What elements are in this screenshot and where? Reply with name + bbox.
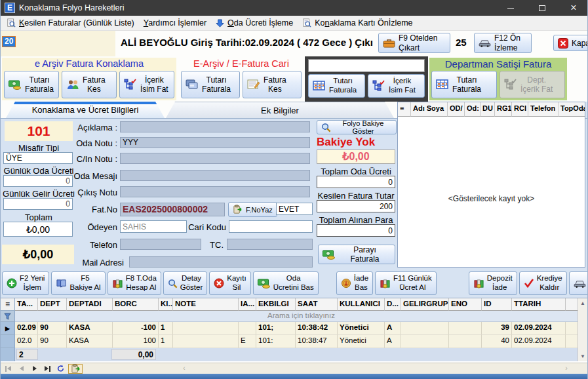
maximize-button[interactable] <box>528 0 556 16</box>
scroll-up-icon[interactable]: ▲ <box>580 298 585 308</box>
tab-ek-bilgiler[interactable]: Ek Bilgiler <box>166 102 394 118</box>
toolbar-button-f11-g-nl-k-cret-al[interactable]: F11 GünlükÜcret Al <box>375 271 437 295</box>
dark-tutari-faturala-button[interactable]: TutarıFaturala <box>308 74 365 98</box>
guest-col-5[interactable]: RCI <box>512 102 528 117</box>
scroll-down-icon[interactable]: ▼ <box>580 351 585 361</box>
menu-oda-ucreti-isleme[interactable]: Oda Ücreti İşleme <box>211 17 298 29</box>
bookmoney-icon <box>112 279 123 289</box>
cari-fatura-kes-button[interactable]: FaturaKes <box>243 71 302 98</box>
guest-col-0[interactable]: Adı Soya <box>411 102 448 117</box>
close-window-button[interactable]: × <box>560 0 587 16</box>
toolbar-button-oda-cretini-bas[interactable]: OdaÜcretini Bas <box>253 271 319 295</box>
earsiv-fatura-kes-button[interactable]: FaturaKes <box>62 71 117 98</box>
txn-col-12[interactable]: ENO <box>449 298 482 311</box>
dark-panel-input[interactable] <box>308 59 425 72</box>
minimize-button[interactable] <box>497 0 524 16</box>
menu-konaklama-karti-onizleme[interactable]: Konaklama Kartı Önİzleme <box>298 17 417 29</box>
toplam-label: Toplam <box>1 212 77 222</box>
txn-col-4[interactable]: KI... <box>159 298 173 311</box>
kesilen-fatura-tutar-input[interactable] <box>317 200 395 212</box>
guest-col-7[interactable]: TopOda <box>559 102 585 117</box>
toolbar-button-krediye-kald-r[interactable]: KrediyeKaldır <box>519 271 567 295</box>
f9-otelden-cikart-button[interactable]: F9 OteldenÇıkart <box>378 33 450 53</box>
toolbar: F2 YeniİşlemF5Bakiye AlF8 T.OdaHesap AlD… <box>1 269 587 298</box>
gunluk-oda-ucreti-input[interactable] <box>3 175 73 187</box>
nav-next-button[interactable] <box>29 365 40 373</box>
txn-col-6[interactable]: IA... <box>239 298 256 311</box>
toolbar-button-f5-bakiye-al[interactable]: F5Bakiye Al <box>51 271 105 295</box>
cari-tutari-faturala-button[interactable]: TutarıFaturala <box>181 71 240 98</box>
guest-col-3[interactable]: DU <box>480 102 495 117</box>
gunluk-gelir-ucreti-input[interactable] <box>3 198 73 210</box>
earsiv-tutari-faturala-button[interactable]: TutarıFaturala <box>4 71 59 98</box>
magnifier-icon <box>321 123 331 132</box>
menu-yardimci-islemler[interactable]: Yardımcı İşlemler <box>139 17 211 29</box>
panel-title: E-Arşiv / E-Fatura Cari <box>179 58 304 70</box>
kapat-button[interactable]: Kapat <box>553 35 588 51</box>
toolbar-button-i-ade-bas[interactable]: İadeBas <box>336 271 373 295</box>
clipboard-arrow-icon <box>71 364 81 374</box>
nav-first-button[interactable] <box>3 365 14 373</box>
vertical-scrollbar[interactable]: ▲ ▼ <box>578 298 587 361</box>
f12-on-izleme-button[interactable]: F12 Önİzleme <box>474 33 532 53</box>
guest-col-2[interactable]: Od: <box>465 102 480 117</box>
txn-col-3[interactable]: BORC <box>113 298 159 311</box>
txn-col-10[interactable]: D... <box>385 298 401 311</box>
tab-konaklama-ve-ucret[interactable]: Konaklama ve Ücret Bilgileri <box>6 102 165 118</box>
transaction-row[interactable]: 02.090KASA1001E101:10:38:47YöneticiA4002… <box>1 335 587 348</box>
toolbar-button-fi-yazd-r[interactable]: FişYazdır <box>569 271 588 295</box>
cari-kodu-input[interactable] <box>229 220 313 233</box>
txn-col-0[interactable]: TA... <box>15 298 38 311</box>
toplam-oda-ucreti-input[interactable] <box>317 176 395 188</box>
misafir-tipi-input[interactable] <box>3 152 73 164</box>
filter-text[interactable]: Arama için tıklayınız <box>15 311 587 322</box>
window-title: Konaklama Folyo Hareketleri <box>19 3 493 12</box>
toolbar-button-f8-t-oda-hesap-al[interactable]: F8 T.OdaHesap Al <box>108 271 161 295</box>
nav-prev-button[interactable] <box>16 365 27 373</box>
toolbar-button-kay-t-sil[interactable]: KayıtıSil <box>209 271 250 295</box>
aciklama-field <box>120 121 310 132</box>
toplam-input[interactable] <box>3 222 73 237</box>
txn-col-13[interactable]: ID <box>482 298 512 311</box>
transactions-filter-row[interactable]: Arama için tıklayınız <box>1 311 587 322</box>
txn-col-14[interactable]: TTARIH <box>512 298 566 311</box>
briefcase-icon <box>383 38 395 48</box>
grid-menu-icon[interactable]: ≡ <box>398 102 411 117</box>
transaction-row[interactable]: ▶02.0990KASA-1001101;10:38:42YöneticiA39… <box>1 322 587 335</box>
txn-col-7[interactable]: EKBILGI <box>256 298 296 311</box>
gunluk-gelir-ucreti-label: Günlük Gelir Ücreti <box>1 189 77 199</box>
dark-icerik-isim-fat-button[interactable]: İçerikİsim Fat <box>368 74 425 98</box>
txn-col-2[interactable]: DEPTADI <box>67 298 113 311</box>
refresh-icon[interactable] <box>55 365 66 373</box>
toolbar-button-f2-yeni-i-lem[interactable]: F2 Yeniİşlem <box>2 271 49 295</box>
export-button[interactable] <box>68 364 83 374</box>
fnoyaz-button[interactable]: F.NoYaz <box>228 202 277 217</box>
cell: 02.0 <box>15 335 38 348</box>
toplam-alinan-para-input[interactable] <box>317 224 395 237</box>
toolbar-button-depozit-i-ade[interactable]: Depozitİade <box>469 271 517 295</box>
guest-col-1[interactable]: OD/ <box>448 102 465 117</box>
nav-last-button[interactable] <box>42 365 53 373</box>
txn-col-11[interactable]: GELIRGRUP <box>401 298 449 311</box>
guest-col-4[interactable]: RG1 <box>495 102 512 117</box>
folyo-bakiye-goster-button[interactable]: Folyo Bakiye Göster <box>317 120 397 134</box>
odeyen-input[interactable] <box>120 220 187 233</box>
toolbar-button-detay-g-ster[interactable]: DetayGöster <box>163 271 208 295</box>
parayi-faturala-button[interactable]: Parayı Faturala <box>318 245 395 264</box>
fatno-label: Fat.No <box>66 205 117 214</box>
earsiv-icerik-isim-fat-button[interactable]: İçerikİsim Fat <box>119 71 174 98</box>
filter-funnel-icon[interactable] <box>1 311 15 322</box>
guest-col-6[interactable]: Telefon <box>528 102 559 117</box>
txn-col-1[interactable]: DEPT <box>38 298 67 311</box>
app-logo-icon: E <box>5 3 15 13</box>
cell <box>449 322 482 335</box>
menu-kesilen-faturalar[interactable]: Kesilen Faturalar (Günlük Liste) <box>2 17 139 29</box>
txn-col-8[interactable]: SAAT <box>296 298 338 311</box>
hscroll-right-icon[interactable]: › <box>565 364 568 372</box>
dept-tutari-faturala-button[interactable]: TutarıFaturala <box>431 71 497 98</box>
txn-menu-icon[interactable]: ≡ <box>1 298 15 311</box>
txn-col-5[interactable]: NOTE <box>173 298 239 311</box>
hscroll-left-icon[interactable]: ‹ <box>183 364 186 372</box>
evet-input[interactable] <box>276 203 313 215</box>
txn-col-9[interactable]: KULLANICI <box>338 298 385 311</box>
